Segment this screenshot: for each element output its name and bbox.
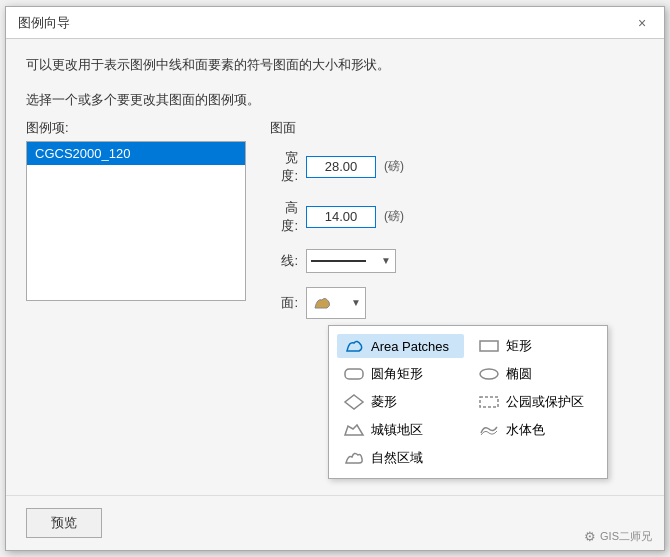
dropdown-item-town[interactable]: 城镇地区: [337, 418, 464, 442]
ellipse-label: 椭圆: [506, 365, 532, 383]
svg-rect-0: [480, 341, 498, 351]
main-area: 图例项: CGCS2000_120 图面 宽度: (磅) 高: [26, 119, 644, 323]
natural-label: 自然区域: [371, 449, 423, 467]
preview-button[interactable]: 预览: [26, 508, 102, 538]
area-patches-label: Area Patches: [371, 339, 449, 354]
area-patches-icon: [343, 337, 365, 355]
face-icon: [311, 294, 333, 312]
dropdown-item-rect[interactable]: 矩形: [472, 334, 599, 358]
svg-marker-3: [345, 395, 363, 409]
town-icon: [343, 421, 365, 439]
height-label: 高度:: [270, 199, 298, 235]
dialog: 图例向导 × 可以更改用于表示图例中线和面要素的符号图面的大小和形状。 选择一个…: [5, 6, 665, 551]
dropdown-grid: Area Patches 矩形 圆角矩形: [337, 334, 599, 470]
dropdown-popup: Area Patches 矩形 圆角矩形: [328, 325, 608, 479]
width-row: 宽度: (磅): [270, 149, 470, 185]
width-unit: (磅): [384, 158, 404, 175]
park-icon: [478, 393, 500, 411]
line-row: 线: ▼: [270, 249, 470, 273]
height-input[interactable]: [306, 206, 376, 228]
left-panel: 图例项: CGCS2000_120: [26, 119, 246, 323]
dropdown-item-natural[interactable]: 自然区域: [337, 446, 464, 470]
rect-icon: [478, 337, 500, 355]
diamond-icon: [343, 393, 365, 411]
dropdown-item-ellipse[interactable]: 椭圆: [472, 362, 599, 386]
patch-label: 图面: [270, 119, 470, 137]
legend-items-label: 图例项:: [26, 119, 246, 137]
svg-marker-5: [345, 425, 363, 435]
list-item[interactable]: CGCS2000_120: [27, 142, 245, 165]
dropdown-item-area-patches[interactable]: Area Patches: [337, 334, 464, 358]
natural-icon: [343, 449, 365, 467]
legend-items-list[interactable]: CGCS2000_120: [26, 141, 246, 301]
dialog-title: 图例向导: [18, 14, 70, 32]
description-text: 可以更改用于表示图例中线和面要素的符号图面的大小和形状。: [26, 55, 644, 75]
face-select[interactable]: ▼: [306, 287, 366, 319]
footer: 预览: [6, 495, 664, 550]
dropdown-item-diamond[interactable]: 菱形: [337, 390, 464, 414]
town-label: 城镇地区: [371, 421, 423, 439]
face-row: 面: ▼: [270, 287, 470, 319]
line-select[interactable]: ▼: [306, 249, 396, 273]
title-bar: 图例向导 ×: [6, 7, 664, 39]
round-rect-icon: [343, 365, 365, 383]
watermark-text: GIS二师兄: [600, 529, 652, 544]
height-row: 高度: (磅): [270, 199, 470, 235]
dropdown-item-park[interactable]: 公园或保护区: [472, 390, 599, 414]
dropdown-item-round-rect[interactable]: 圆角矩形: [337, 362, 464, 386]
watermark: ⚙ GIS二师兄: [584, 529, 652, 544]
dropdown-item-water[interactable]: 水体色: [472, 418, 599, 442]
rect-label: 矩形: [506, 337, 532, 355]
line-label: 线:: [270, 252, 298, 270]
round-rect-label: 圆角矩形: [371, 365, 423, 383]
right-panel: 图面 宽度: (磅) 高度: (磅) 线:: [270, 119, 470, 323]
height-unit: (磅): [384, 208, 404, 225]
line-dropdown-arrow: ▼: [381, 255, 391, 266]
ellipse-icon: [478, 365, 500, 383]
svg-point-2: [480, 369, 498, 379]
width-label: 宽度:: [270, 149, 298, 185]
width-input[interactable]: [306, 156, 376, 178]
svg-rect-4: [480, 397, 498, 407]
water-icon: [478, 421, 500, 439]
line-display: [311, 260, 366, 262]
close-button[interactable]: ×: [632, 13, 652, 33]
svg-rect-1: [345, 369, 363, 379]
water-label: 水体色: [506, 421, 545, 439]
face-dropdown-arrow: ▼: [351, 297, 361, 308]
park-label: 公园或保护区: [506, 393, 584, 411]
diamond-label: 菱形: [371, 393, 397, 411]
select-instruction: 选择一个或多个要更改其图面的图例项。: [26, 91, 644, 109]
watermark-icon: ⚙: [584, 529, 596, 544]
face-label: 面:: [270, 294, 298, 312]
